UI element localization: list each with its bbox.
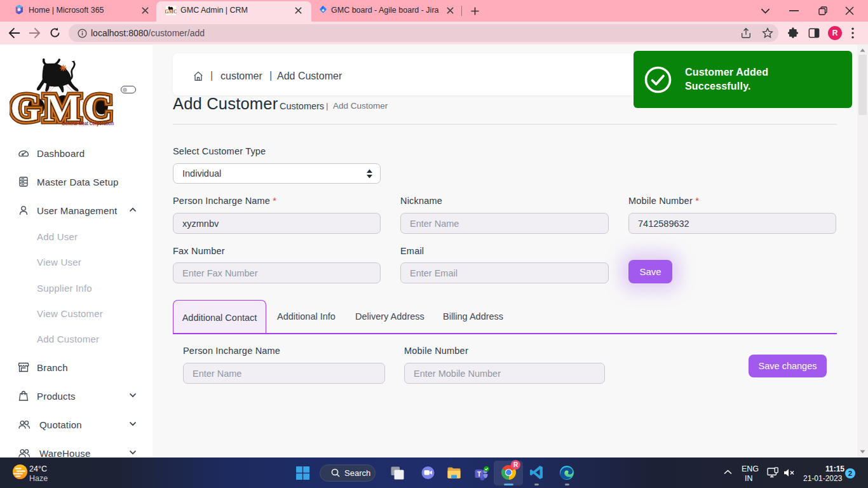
svg-text:GMC: GMC — [165, 9, 177, 15]
svg-text:General Meat Corporation: General Meat Corporation — [62, 120, 114, 126]
svg-text:T: T — [477, 471, 481, 478]
